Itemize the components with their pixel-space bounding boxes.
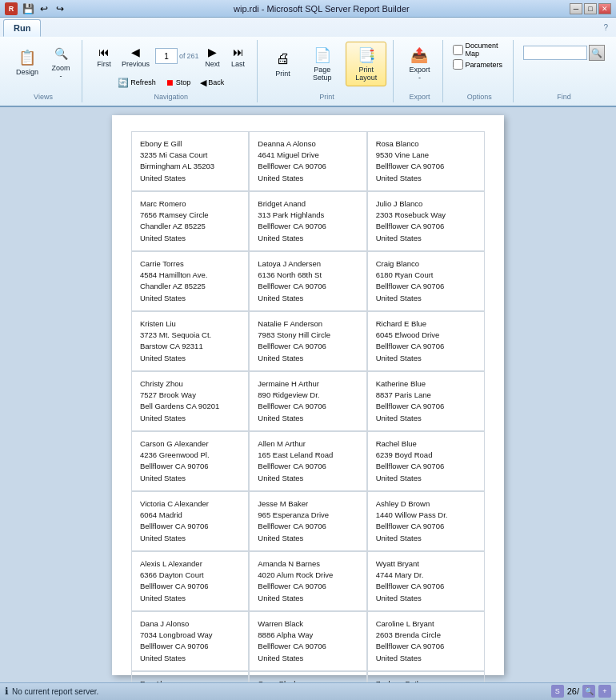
address-name: Carson G Alexander [140, 438, 240, 450]
address-country: United States [140, 233, 240, 244]
previous-label: Previous [122, 61, 150, 69]
tab-run[interactable]: Run [3, 19, 41, 37]
address-cell: Carrie Torres 4584 Hamillton Ave. Chandl… [131, 251, 249, 311]
print-button[interactable]: 🖨 Print [267, 46, 299, 82]
design-icon: 📋 [18, 48, 37, 67]
address-street: 4641 Miguel Drive [258, 150, 358, 161]
design-button[interactable]: 📋 Design [11, 44, 43, 81]
address-street: 6239 Boyd Road [376, 450, 476, 461]
address-city: Bellflower CA 90706 [376, 521, 476, 532]
address-city: Bellflower CA 90706 [376, 401, 476, 412]
parameters-check[interactable]: Parameters [453, 59, 507, 70]
address-city: Bellflower CA 90706 [258, 581, 358, 592]
back-label: Back [208, 78, 224, 86]
back-button[interactable]: ◀ Back [197, 76, 227, 90]
address-name: Jesse M Baker [258, 498, 358, 510]
window-title: wip.rdi - Microsoft SQL Server Report Bu… [234, 4, 410, 14]
print-layout-button[interactable]: 📑 Print Layout [346, 42, 386, 86]
redo-button[interactable]: ↪ [53, 2, 67, 16]
address-country: United States [140, 653, 240, 664]
address-city: Bellflower CA 90706 [258, 641, 358, 652]
export-label: Export - [409, 66, 430, 82]
address-cell: Rosa Blanco 9530 Vine Lane Bellflower CA… [367, 131, 485, 191]
refresh-button[interactable]: 🔄 Refresh [114, 76, 159, 90]
address-country: United States [376, 533, 476, 544]
close-button[interactable]: ✕ [598, 3, 611, 14]
parameters-label: Parameters [466, 61, 503, 69]
address-street: 2303 Rosebuck Way [376, 210, 476, 221]
next-button[interactable]: ▶ Next [201, 42, 225, 71]
stop-button[interactable]: ⏹ Stop [162, 76, 194, 89]
address-street: 890 Ridgeview Dr. [258, 390, 358, 401]
address-street: 4744 Mary Dr. [376, 570, 476, 581]
window-controls: ─ □ ✕ [570, 3, 611, 14]
page-number-input[interactable] [155, 48, 178, 64]
address-street: 6366 Dayton Court [140, 570, 240, 581]
address-city: Bellflower CA 90706 [376, 461, 476, 472]
parameters-checkbox[interactable] [453, 59, 463, 70]
document-map-label: Document Map [466, 42, 507, 58]
address-street: 2603 Brenda Circle [376, 630, 476, 641]
address-cell: Zachary Butler 4050 Canyon Road Bellflow… [367, 671, 485, 682]
maximize-button[interactable]: □ [584, 3, 597, 14]
find-button[interactable]: 🔍 [589, 45, 605, 61]
help-button[interactable]: ? [603, 23, 608, 32]
address-name: Caroline L Bryant [376, 618, 476, 630]
address-name: Alexis L Alexander [140, 558, 240, 570]
refresh-label: Refresh [130, 78, 156, 86]
address-city: Bellflower CA 90706 [258, 341, 358, 352]
address-country: United States [376, 653, 476, 664]
address-cell: Jermaine H Arthur 890 Ridgeview Dr. Bell… [249, 371, 366, 431]
title-bar: R 💾 ↩ ↪ wip.rdi - Microsoft SQL Server R… [0, 0, 616, 18]
document-map-check[interactable]: Document Map [453, 42, 507, 58]
address-cell: Amanda N Barnes 4020 Alum Rock Drive Bel… [249, 551, 366, 611]
save-button[interactable]: 💾 [21, 2, 35, 16]
find-input[interactable] [523, 46, 587, 60]
address-cell: Ashley D Brown 1440 Willow Pass Dr. Bell… [367, 491, 485, 551]
page-info: 26/ [567, 686, 579, 696]
address-cell: Marc Romero 7656 Ramsey Circle Chandler … [131, 191, 249, 251]
ribbon-group-print: 🖨 Print 📄 Page Setup 📑 Print Layout Prin… [261, 40, 394, 102]
zoom-status-icon: 🔍 [582, 685, 595, 698]
address-city: Bellflower CA 90706 [258, 221, 358, 232]
zoom-label: Zoom - [50, 65, 71, 81]
minimize-button[interactable]: ─ [570, 3, 582, 14]
address-country: United States [258, 473, 358, 484]
address-street: 9530 Vine Lane [376, 150, 476, 161]
address-city: Bellflower CA 90706 [140, 581, 240, 592]
address-street: 7656 Ramsey Circle [140, 210, 240, 221]
print-layout-label: Print Layout [351, 66, 381, 82]
undo-button[interactable]: ↩ [37, 2, 51, 16]
stop-label: Stop [176, 78, 191, 86]
ribbon-group-navigation: ⏮ First ◀ Previous of 261 ▶ Next ⏭ Last [86, 40, 258, 102]
address-country: United States [258, 653, 358, 664]
status-bar: ℹ No current report server. S 26/ 🔍 + [0, 682, 616, 700]
previous-button[interactable]: ◀ Previous [118, 42, 154, 71]
address-cell: Allen M Arthur 165 East Leland Road Bell… [249, 431, 366, 491]
address-cell: Alexis L Alexander 6366 Dayton Court Bel… [131, 551, 249, 611]
address-country: United States [140, 353, 240, 364]
export-button[interactable]: 📤 Export - [403, 42, 435, 86]
address-street: 4020 Alum Rock Drive [258, 570, 358, 581]
address-city: Bellflower CA 90706 [376, 341, 476, 352]
address-name: Craig Blanco [376, 258, 476, 270]
first-button[interactable]: ⏮ First [92, 42, 116, 71]
main-area: Ebony E Gill 3235 Mi Casa Court Birmingh… [0, 107, 616, 682]
options-controls: Document Map Parameters [453, 42, 507, 70]
last-button[interactable]: ⏭ Last [226, 42, 250, 71]
address-cell: Julio J Blanco 2303 Rosebuck Way Bellflo… [367, 191, 485, 251]
zoom-button[interactable]: 🔍 Zoom - [46, 42, 75, 83]
page-setup-button[interactable]: 📄 Page Setup [302, 42, 343, 86]
address-city: Bellflower CA 90706 [376, 581, 476, 592]
quick-access-toolbar: 💾 ↩ ↪ [21, 2, 67, 16]
address-cell: Ebony E Gill 3235 Mi Casa Court Birmingh… [131, 131, 249, 191]
ribbon-tabs: Run ? [0, 18, 616, 37]
document-map-checkbox[interactable] [453, 45, 463, 55]
address-name: Warren Black [258, 618, 358, 630]
address-name: Omar Black [258, 678, 358, 682]
print-icon: 🖨 [274, 50, 293, 69]
address-name: Roy Alonso [140, 678, 240, 682]
address-name: Carrie Torres [140, 258, 240, 270]
last-icon: ⏭ [230, 44, 246, 60]
address-cell: Natalie F Anderson 7983 Stony Hill Circl… [249, 311, 366, 371]
